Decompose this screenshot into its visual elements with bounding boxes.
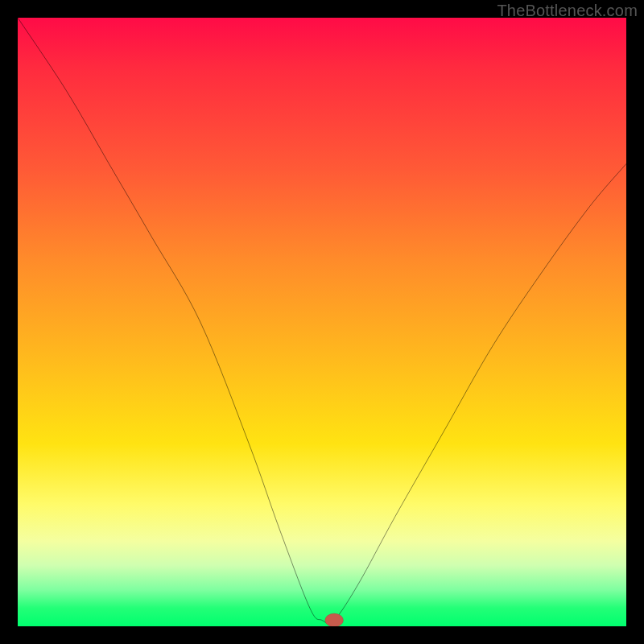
watermark-text: TheBottleneck.com bbox=[497, 2, 638, 20]
svg-point-0 bbox=[325, 613, 344, 626]
optimal-point-marker bbox=[18, 18, 626, 626]
plot-area bbox=[18, 18, 626, 626]
chart-frame: TheBottleneck.com bbox=[0, 0, 644, 644]
